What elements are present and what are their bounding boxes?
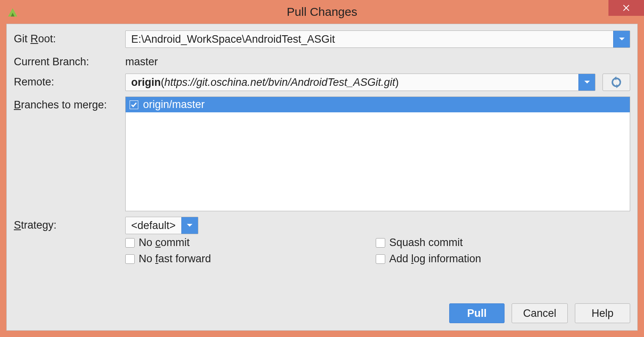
strategy-cell: <default> No commit Squash commit No fas… bbox=[125, 217, 630, 265]
branch-item[interactable]: origin/master bbox=[126, 97, 630, 112]
button-row: Pull Cancel Help bbox=[14, 295, 630, 323]
branch-item-label: origin/master bbox=[143, 98, 205, 111]
strategy-value: <default> bbox=[126, 217, 181, 234]
close-icon bbox=[623, 4, 630, 11]
help-button[interactable]: Help bbox=[575, 303, 630, 323]
remote-dropdown-arrow[interactable] bbox=[578, 74, 595, 91]
app-icon bbox=[7, 6, 18, 17]
branches-list[interactable]: origin/master bbox=[125, 97, 630, 211]
strategy-label: Strategy: bbox=[14, 217, 121, 231]
remote-combo[interactable]: origin(https://git.oschina.net/bvin/Andr… bbox=[125, 74, 595, 91]
git-root-combo[interactable]: E:\Android_WorkSpace\AndroidTest_ASGit bbox=[125, 30, 630, 48]
checkbox-box bbox=[125, 254, 135, 264]
titlebar: Pull Changes bbox=[0, 0, 644, 24]
cancel-button[interactable]: Cancel bbox=[512, 303, 568, 323]
remote-value: origin(https://git.oschina.net/bvin/Andr… bbox=[126, 74, 578, 91]
git-root-value: E:\Android_WorkSpace\AndroidTest_ASGit bbox=[126, 31, 613, 47]
window-title: Pull Changes bbox=[0, 5, 644, 19]
checkbox-box bbox=[376, 254, 385, 264]
pull-button[interactable]: Pull bbox=[449, 303, 505, 323]
options-grid: No commit Squash commit No fast forward … bbox=[125, 237, 630, 265]
chevron-down-icon bbox=[186, 223, 193, 227]
remote-row: origin(https://git.oschina.net/bvin/Andr… bbox=[125, 74, 630, 91]
current-branch-value: master bbox=[125, 53, 630, 68]
chevron-down-icon bbox=[584, 80, 590, 84]
chevron-down-icon bbox=[619, 37, 625, 41]
checkbox-box bbox=[125, 238, 135, 248]
branch-checkbox[interactable] bbox=[130, 100, 138, 109]
no-fast-forward-checkbox[interactable]: No fast forward bbox=[125, 253, 360, 265]
strategy-combo[interactable]: <default> bbox=[125, 217, 198, 234]
refresh-button[interactable] bbox=[603, 74, 630, 91]
add-log-info-checkbox[interactable]: Add log information bbox=[376, 253, 630, 265]
checkbox-box bbox=[376, 238, 385, 248]
remote-label: Remote: bbox=[14, 74, 121, 88]
strategy-dropdown-arrow[interactable] bbox=[181, 217, 198, 234]
no-commit-checkbox[interactable]: No commit bbox=[125, 237, 360, 249]
refresh-icon bbox=[610, 76, 622, 88]
branches-label: Branches to merge: bbox=[14, 97, 121, 111]
squash-commit-checkbox[interactable]: Squash commit bbox=[376, 237, 630, 249]
git-root-label: Git Root: bbox=[14, 30, 121, 45]
close-button[interactable] bbox=[608, 0, 644, 16]
current-branch-label: Current Branch: bbox=[14, 53, 121, 68]
dialog-content: Git Root: E:\Android_WorkSpace\AndroidTe… bbox=[6, 24, 638, 331]
check-icon bbox=[131, 102, 137, 108]
git-root-dropdown-arrow[interactable] bbox=[613, 31, 630, 47]
